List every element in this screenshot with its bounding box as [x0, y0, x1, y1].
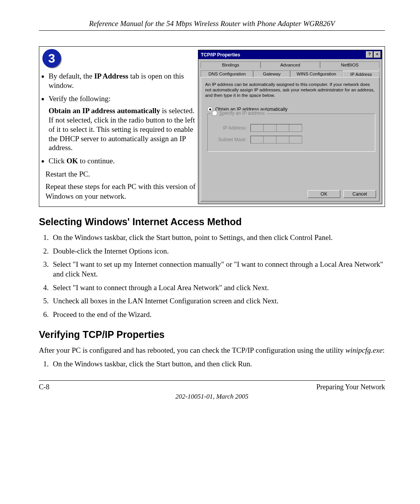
list-item: Double-click the Internet Options icon.	[51, 247, 385, 256]
tab-ipaddress[interactable]: IP Address	[343, 71, 380, 77]
tab-advanced[interactable]: Advanced	[261, 61, 320, 68]
radio-specify[interactable]: Specify an IP address:	[211, 110, 267, 116]
heading-verify-tcpip: Verifying TCP/IP Properties	[39, 329, 385, 340]
dialog-titlebar: TCP/IP Properties ? ×	[198, 50, 382, 59]
footer-docid: 202-10051-01, March 2005	[39, 393, 385, 401]
para-verify-intro: After your PC is configured and has rebo…	[39, 346, 385, 355]
heading-internet-access: Selecting Windows' Internet Access Metho…	[39, 216, 385, 228]
subnet-mask-input[interactable]	[250, 136, 302, 144]
para-repeat: Repeat these steps for each PC with this…	[46, 182, 196, 201]
label-ip-address: IP Address:	[212, 125, 247, 131]
specify-groupbox: Specify an IP address: IP Address: Subne…	[207, 114, 375, 152]
list-item: On the Windows taskbar, click the Start …	[51, 359, 385, 369]
figure-container: 3 By default, the IP Address tab is open…	[39, 46, 385, 207]
dialog-description: An IP address can be automatically assig…	[205, 82, 375, 98]
tabs-row-top: Bindings Advanced NetBIOS	[198, 59, 382, 68]
footer-section: Preparing Your Network	[317, 383, 385, 391]
tabs-row-bottom: DNS Configuration Gateway WINS Configura…	[198, 68, 382, 77]
tab-netbios[interactable]: NetBIOS	[320, 61, 380, 68]
bullet-ip-tab: By default, the IP Address tab is open o…	[49, 72, 196, 90]
figure-instructions: 3 By default, the IP Address tab is open…	[39, 47, 198, 206]
list-item: Select "I want to set up my Internet con…	[51, 260, 385, 279]
list-item: Uncheck all boxes in the LAN Internet Co…	[51, 296, 385, 306]
tab-bindings[interactable]: Bindings	[201, 61, 260, 68]
label-subnet-mask: Subnet Mask:	[212, 137, 247, 142]
bullet-verify: Verify the following: Obtain an IP addre…	[49, 94, 196, 153]
cancel-button[interactable]: Cancel	[343, 190, 376, 198]
list-item: Select "I want to connect through a Loca…	[51, 283, 385, 293]
steps-verify: On the Windows taskbar, click the Start …	[51, 359, 385, 369]
para-restart: Restart the PC.	[46, 170, 196, 179]
list-item: Proceed to the end of the Wizard.	[51, 310, 385, 320]
ip-address-input[interactable]	[250, 124, 302, 132]
close-icon[interactable]: ×	[374, 51, 381, 58]
list-item: On the Windows taskbar, click the Start …	[51, 233, 385, 243]
footer-page-number: C-8	[39, 383, 49, 391]
tab-gateway[interactable]: Gateway	[253, 70, 290, 77]
help-icon[interactable]: ?	[366, 51, 373, 58]
header-rule	[39, 30, 385, 31]
dialog-title: TCP/IP Properties	[201, 52, 240, 58]
steps-internet-access: On the Windows taskbar, click the Start …	[51, 233, 385, 320]
running-header: Reference Manual for the 54 Mbps Wireles…	[39, 19, 385, 28]
bullet-click-ok: Click OK to continue.	[49, 156, 196, 166]
footer-rule	[39, 380, 385, 381]
step-number-badge: 3	[42, 49, 61, 68]
tab-wins[interactable]: WINS Configuration	[290, 70, 343, 77]
tcpip-dialog: TCP/IP Properties ? × Bindings Advanced …	[198, 50, 382, 204]
tab-dns[interactable]: DNS Configuration	[201, 70, 253, 77]
ok-button[interactable]: OK	[308, 190, 340, 198]
radio-icon[interactable]	[212, 110, 217, 116]
